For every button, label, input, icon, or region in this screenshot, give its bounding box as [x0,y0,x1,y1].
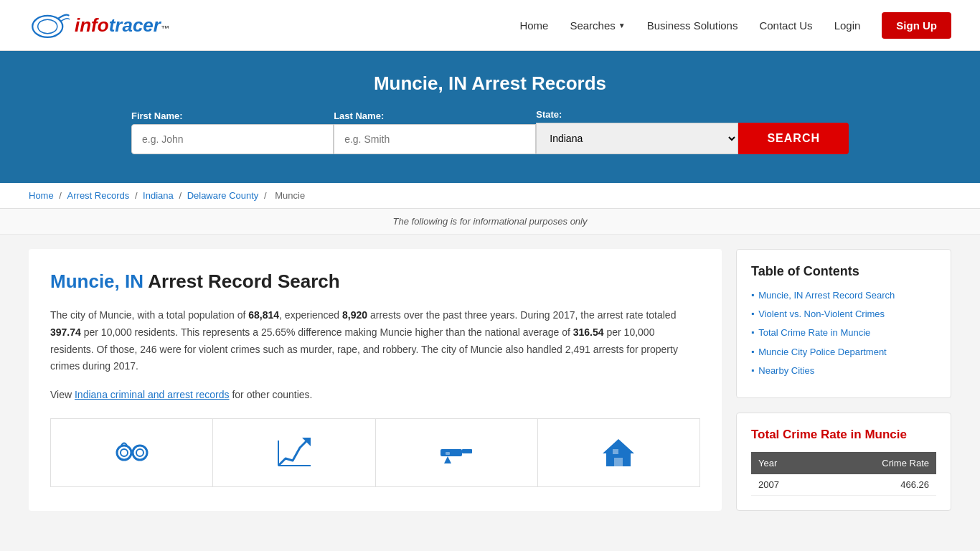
nav-contact-us[interactable]: Contact Us [759,19,812,32]
last-name-label: Last Name: [334,110,384,121]
article-section: Muncie, IN Arrest Record Search The city… [29,249,722,511]
breadcrumb-home[interactable]: Home [29,190,54,201]
logo-text: infotracer™ [75,14,169,37]
chart-icon [275,433,314,472]
svg-rect-10 [440,449,462,456]
main-content: Muncie, IN Arrest Record Search The city… [0,235,980,525]
article-title: Muncie, IN Arrest Record Search [50,270,700,293]
search-button[interactable]: SEARCH [738,123,849,154]
last-name-input[interactable] [334,124,536,154]
icon-cell-chart [213,419,375,486]
arrests-value: 8,920 [342,309,367,321]
svg-point-3 [121,449,128,456]
hero-title: Muncie, IN Arrest Records [29,72,951,95]
crime-table-year-header: Year [751,452,819,474]
svg-rect-11 [462,449,472,453]
article-body-1: The city of Muncie, with a total populat… [50,307,700,375]
icon-cell-house [538,419,699,486]
nav-home[interactable]: Home [519,19,548,32]
toc-item-1: Muncie, IN Arrest Record Search [751,289,936,302]
population-value: 68,814 [248,309,279,321]
svg-point-4 [133,446,147,460]
toc-link-1[interactable]: Muncie, IN Arrest Record Search [758,289,895,302]
crime-table: Year Crime Rate 2007 466.26 [751,452,936,496]
signup-button[interactable]: Sign Up [882,12,951,39]
crime-year-2007: 2007 [751,474,819,496]
table-row: 2007 466.26 [751,474,936,496]
toc-box: Table of Contents Muncie, IN Arrest Reco… [736,249,951,398]
first-name-group: First Name: [131,110,334,154]
national-avg-value: 316.54 [573,326,604,338]
svg-rect-16 [613,449,618,454]
svg-marker-12 [444,456,451,463]
svg-rect-13 [446,452,450,455]
login-button[interactable]: Login [834,19,861,32]
crime-table-body: 2007 466.26 [751,474,936,496]
last-name-group: Last Name: [334,110,536,154]
breadcrumb-sep-4: / [264,190,269,201]
nav-business-solutions[interactable]: Business Solutions [647,19,738,32]
crime-table-rate-header: Crime Rate [819,452,936,474]
first-name-label: First Name: [131,110,183,121]
svg-point-1 [38,19,57,34]
breadcrumb: Home / Arrest Records / Indiana / Delawa… [0,183,980,209]
rate-2017-value: 397.74 [50,326,81,338]
info-note: The following is for informational purpo… [0,209,980,235]
svg-point-5 [136,449,143,456]
state-select[interactable]: Indiana Alabama Alaska Arizona Californi… [536,123,738,154]
breadcrumb-sep-3: / [179,190,184,201]
breadcrumb-indiana[interactable]: Indiana [143,190,174,201]
toc-link-5[interactable]: Nearby Cities [758,364,814,377]
state-label: State: [536,109,562,120]
article-title-rest: Arrest Record Search [148,270,339,292]
icon-cell-handcuffs [51,419,213,486]
breadcrumb-city: Muncie [275,190,305,201]
house-icon [599,433,638,472]
crime-rate-2007: 466.26 [819,474,936,496]
handcuffs-icon [113,433,151,472]
toc-list: Muncie, IN Arrest Record Search Violent … [751,289,936,377]
toc-item-2: Violent vs. Non-Violent Crimes [751,308,936,321]
state-group: State: Indiana Alabama Alaska Arizona Ca… [536,109,738,154]
icon-cell-gun [376,419,538,486]
breadcrumb-arrest-records[interactable]: Arrest Records [67,190,130,201]
sidebar: Table of Contents Muncie, IN Arrest Reco… [736,249,951,511]
crime-box-title: Total Crime Rate in Muncie [751,428,936,442]
chevron-down-icon: ▼ [618,22,626,29]
toc-title: Table of Contents [751,264,936,279]
svg-point-2 [117,446,131,460]
main-nav: Home Searches ▼ Business Solutions Conta… [519,12,951,39]
toc-link-3[interactable]: Total Crime Rate in Muncie [758,326,870,339]
first-name-input[interactable] [131,124,334,154]
toc-item-4: Muncie City Police Department [751,346,936,359]
header: infotracer™ Home Searches ▼ Business Sol… [0,0,980,51]
toc-item-5: Nearby Cities [751,364,936,377]
icons-row [50,418,700,487]
toc-link-4[interactable]: Muncie City Police Department [758,346,886,359]
gun-icon [437,433,476,472]
nav-searches[interactable]: Searches ▼ [570,19,625,32]
article-body-2: View Indiana criminal and arrest records… [50,387,700,404]
indiana-link[interactable]: Indiana criminal and arrest records [75,389,230,400]
breadcrumb-sep-1: / [59,190,64,201]
crime-rate-box: Total Crime Rate in Muncie Year Crime Ra… [736,413,951,511]
article-title-city: Muncie, IN [50,270,143,292]
toc-item-3: Total Crime Rate in Muncie [751,326,936,339]
logo-icon [29,7,72,43]
breadcrumb-county[interactable]: Delaware County [187,190,259,201]
breadcrumb-sep-2: / [135,190,140,201]
logo: infotracer™ [29,7,169,43]
svg-rect-15 [614,458,623,466]
toc-link-2[interactable]: Violent vs. Non-Violent Crimes [758,308,885,321]
search-form: First Name: Last Name: State: Indiana Al… [131,109,849,154]
hero-section: Muncie, IN Arrest Records First Name: La… [0,51,980,183]
